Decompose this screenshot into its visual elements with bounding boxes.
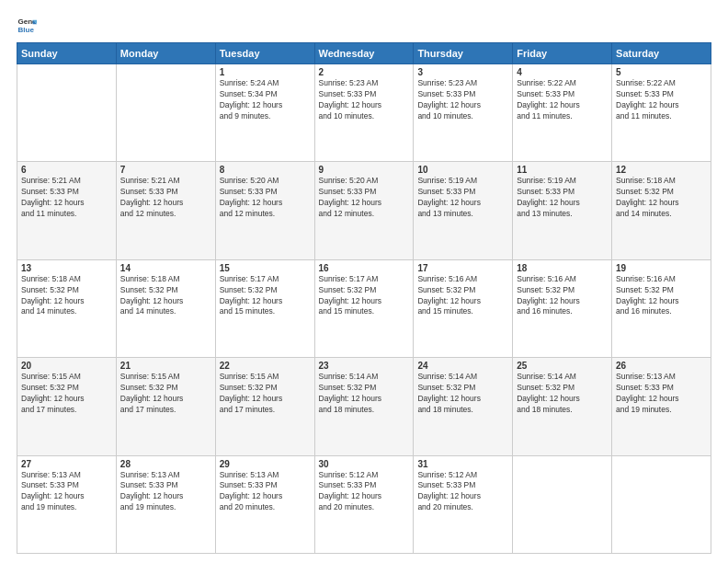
day-info: Sunrise: 5:19 AM Sunset: 5:33 PM Dayligh… xyxy=(517,176,608,220)
day-number: 17 xyxy=(417,263,508,273)
day-number: 8 xyxy=(220,165,311,175)
day-number: 2 xyxy=(319,67,410,77)
day-number: 27 xyxy=(21,459,112,469)
day-info: Sunrise: 5:24 AM Sunset: 5:34 PM Dayligh… xyxy=(220,78,311,122)
day-number: 19 xyxy=(616,263,707,273)
weekday-header: Monday xyxy=(116,43,215,64)
day-info: Sunrise: 5:16 AM Sunset: 5:32 PM Dayligh… xyxy=(616,274,707,318)
calendar-week-row: 13Sunrise: 5:18 AM Sunset: 5:32 PM Dayli… xyxy=(17,259,711,357)
calendar-cell: 20Sunrise: 5:15 AM Sunset: 5:32 PM Dayli… xyxy=(17,358,117,455)
day-info: Sunrise: 5:15 AM Sunset: 5:32 PM Dayligh… xyxy=(21,372,112,416)
calendar-cell: 13Sunrise: 5:18 AM Sunset: 5:32 PM Dayli… xyxy=(17,259,117,357)
day-number: 9 xyxy=(319,165,410,175)
day-number: 28 xyxy=(120,459,211,469)
day-number: 5 xyxy=(616,67,707,77)
day-number: 4 xyxy=(517,67,608,77)
day-number: 15 xyxy=(220,263,311,273)
day-number: 6 xyxy=(21,165,112,175)
day-number: 26 xyxy=(616,361,707,371)
day-number: 23 xyxy=(319,361,410,371)
calendar-cell: 3Sunrise: 5:23 AM Sunset: 5:33 PM Daylig… xyxy=(414,64,513,162)
calendar-cell: 4Sunrise: 5:22 AM Sunset: 5:33 PM Daylig… xyxy=(513,64,612,162)
calendar-cell: 14Sunrise: 5:18 AM Sunset: 5:32 PM Dayli… xyxy=(116,259,215,357)
day-number: 3 xyxy=(417,67,508,77)
day-number: 22 xyxy=(220,361,311,371)
day-info: Sunrise: 5:14 AM Sunset: 5:32 PM Dayligh… xyxy=(417,372,508,416)
day-number: 14 xyxy=(120,263,211,273)
day-info: Sunrise: 5:18 AM Sunset: 5:32 PM Dayligh… xyxy=(616,176,707,220)
day-number: 10 xyxy=(417,165,508,175)
calendar-cell xyxy=(612,455,711,553)
day-info: Sunrise: 5:14 AM Sunset: 5:32 PM Dayligh… xyxy=(319,372,410,416)
calendar-cell: 9Sunrise: 5:20 AM Sunset: 5:33 PM Daylig… xyxy=(314,162,414,259)
calendar-cell: 30Sunrise: 5:12 AM Sunset: 5:33 PM Dayli… xyxy=(314,455,414,553)
calendar-cell: 31Sunrise: 5:12 AM Sunset: 5:33 PM Dayli… xyxy=(414,455,513,553)
day-number: 7 xyxy=(120,165,211,175)
day-info: Sunrise: 5:12 AM Sunset: 5:33 PM Dayligh… xyxy=(319,470,410,514)
day-number: 11 xyxy=(517,165,608,175)
calendar-cell: 12Sunrise: 5:18 AM Sunset: 5:32 PM Dayli… xyxy=(612,162,711,259)
day-info: Sunrise: 5:22 AM Sunset: 5:33 PM Dayligh… xyxy=(616,78,707,122)
weekday-header: Sunday xyxy=(17,43,117,64)
day-number: 18 xyxy=(517,263,608,273)
day-info: Sunrise: 5:18 AM Sunset: 5:32 PM Dayligh… xyxy=(120,274,211,318)
day-info: Sunrise: 5:13 AM Sunset: 5:33 PM Dayligh… xyxy=(616,372,707,416)
calendar-cell: 17Sunrise: 5:16 AM Sunset: 5:32 PM Dayli… xyxy=(414,259,513,357)
calendar-cell: 24Sunrise: 5:14 AM Sunset: 5:32 PM Dayli… xyxy=(414,358,513,455)
calendar-cell: 29Sunrise: 5:13 AM Sunset: 5:33 PM Dayli… xyxy=(215,455,314,553)
day-number: 21 xyxy=(120,361,211,371)
day-number: 1 xyxy=(220,67,311,77)
day-number: 31 xyxy=(417,459,508,469)
calendar-cell: 15Sunrise: 5:17 AM Sunset: 5:32 PM Dayli… xyxy=(215,259,314,357)
day-number: 13 xyxy=(21,263,112,273)
day-info: Sunrise: 5:14 AM Sunset: 5:32 PM Dayligh… xyxy=(517,372,608,416)
calendar-header-row: SundayMondayTuesdayWednesdayThursdayFrid… xyxy=(17,43,711,64)
page: General Blue SundayMondayTuesdayWednesda… xyxy=(0,0,728,563)
day-info: Sunrise: 5:17 AM Sunset: 5:32 PM Dayligh… xyxy=(220,274,311,318)
calendar-week-row: 1Sunrise: 5:24 AM Sunset: 5:34 PM Daylig… xyxy=(17,64,711,162)
day-info: Sunrise: 5:13 AM Sunset: 5:33 PM Dayligh… xyxy=(21,470,112,514)
calendar-cell: 22Sunrise: 5:15 AM Sunset: 5:32 PM Dayli… xyxy=(215,358,314,455)
calendar-cell: 25Sunrise: 5:14 AM Sunset: 5:32 PM Dayli… xyxy=(513,358,612,455)
day-info: Sunrise: 5:13 AM Sunset: 5:33 PM Dayligh… xyxy=(220,470,311,514)
calendar-cell: 2Sunrise: 5:23 AM Sunset: 5:33 PM Daylig… xyxy=(314,64,414,162)
weekday-header: Saturday xyxy=(612,43,711,64)
day-info: Sunrise: 5:16 AM Sunset: 5:32 PM Dayligh… xyxy=(417,274,508,318)
calendar-cell xyxy=(116,64,215,162)
weekday-header: Wednesday xyxy=(314,43,414,64)
calendar-cell: 19Sunrise: 5:16 AM Sunset: 5:32 PM Dayli… xyxy=(612,259,711,357)
day-number: 25 xyxy=(517,361,608,371)
day-info: Sunrise: 5:15 AM Sunset: 5:32 PM Dayligh… xyxy=(220,372,311,416)
day-info: Sunrise: 5:21 AM Sunset: 5:33 PM Dayligh… xyxy=(21,176,112,220)
day-number: 30 xyxy=(319,459,410,469)
header: General Blue xyxy=(17,15,711,35)
day-info: Sunrise: 5:21 AM Sunset: 5:33 PM Dayligh… xyxy=(120,176,211,220)
day-info: Sunrise: 5:12 AM Sunset: 5:33 PM Dayligh… xyxy=(417,470,508,514)
calendar-cell: 26Sunrise: 5:13 AM Sunset: 5:33 PM Dayli… xyxy=(612,358,711,455)
calendar-cell: 6Sunrise: 5:21 AM Sunset: 5:33 PM Daylig… xyxy=(17,162,117,259)
calendar-table: SundayMondayTuesdayWednesdayThursdayFrid… xyxy=(17,42,711,554)
day-number: 29 xyxy=(220,459,311,469)
weekday-header: Thursday xyxy=(414,43,513,64)
day-info: Sunrise: 5:15 AM Sunset: 5:32 PM Dayligh… xyxy=(120,372,211,416)
logo-icon: General Blue xyxy=(17,15,37,35)
day-info: Sunrise: 5:20 AM Sunset: 5:33 PM Dayligh… xyxy=(220,176,311,220)
day-info: Sunrise: 5:23 AM Sunset: 5:33 PM Dayligh… xyxy=(417,78,508,122)
calendar-cell: 23Sunrise: 5:14 AM Sunset: 5:32 PM Dayli… xyxy=(314,358,414,455)
day-number: 20 xyxy=(21,361,112,371)
day-info: Sunrise: 5:23 AM Sunset: 5:33 PM Dayligh… xyxy=(319,78,410,122)
day-number: 24 xyxy=(417,361,508,371)
day-info: Sunrise: 5:18 AM Sunset: 5:32 PM Dayligh… xyxy=(21,274,112,318)
calendar-week-row: 6Sunrise: 5:21 AM Sunset: 5:33 PM Daylig… xyxy=(17,162,711,259)
calendar-week-row: 27Sunrise: 5:13 AM Sunset: 5:33 PM Dayli… xyxy=(17,455,711,553)
weekday-header: Tuesday xyxy=(215,43,314,64)
calendar-cell xyxy=(17,64,117,162)
day-info: Sunrise: 5:13 AM Sunset: 5:33 PM Dayligh… xyxy=(120,470,211,514)
day-number: 12 xyxy=(616,165,707,175)
svg-text:Blue: Blue xyxy=(17,26,34,34)
weekday-header: Friday xyxy=(513,43,612,64)
calendar-cell: 28Sunrise: 5:13 AM Sunset: 5:33 PM Dayli… xyxy=(116,455,215,553)
logo: General Blue xyxy=(17,15,40,35)
calendar-cell xyxy=(513,455,612,553)
calendar-cell: 8Sunrise: 5:20 AM Sunset: 5:33 PM Daylig… xyxy=(215,162,314,259)
